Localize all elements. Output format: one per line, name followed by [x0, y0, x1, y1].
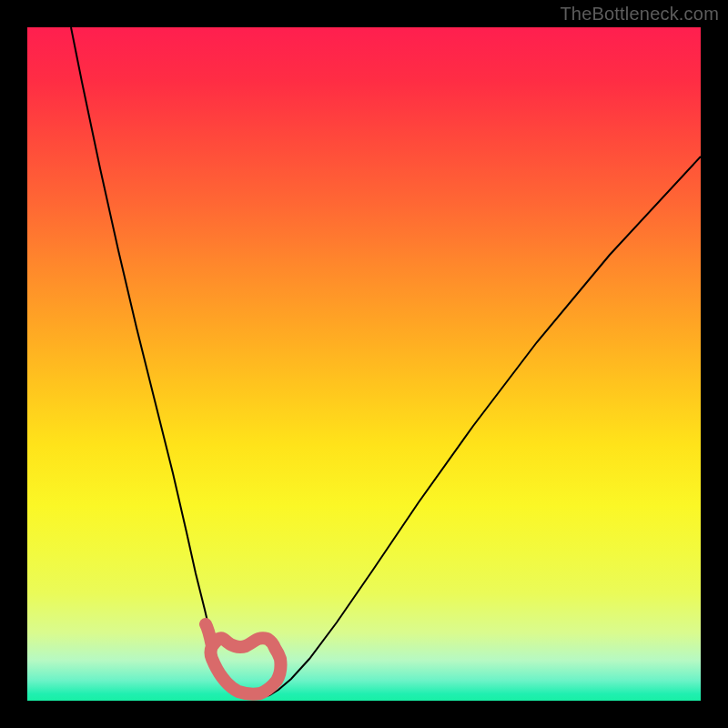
chart-frame: TheBottleneck.com: [0, 0, 728, 728]
gradient-background: [27, 27, 701, 701]
watermark-text: TheBottleneck.com: [560, 4, 719, 25]
plot-area: [27, 27, 701, 701]
